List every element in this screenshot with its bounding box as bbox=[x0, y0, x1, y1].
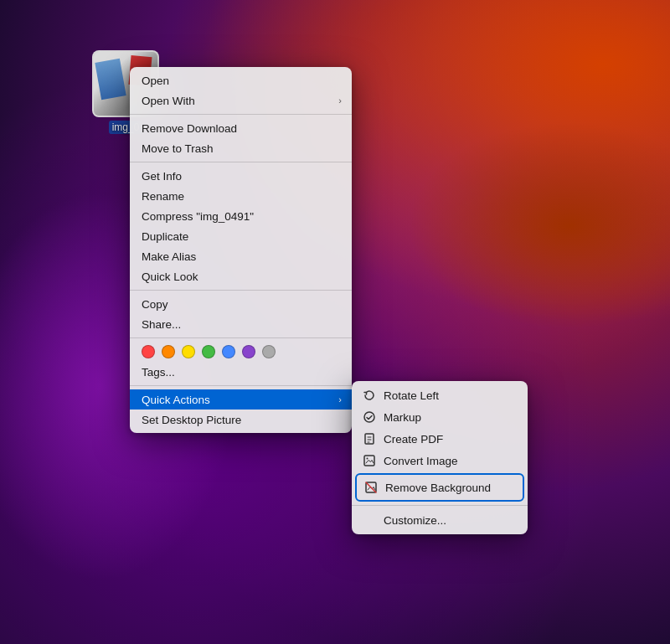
quick-actions-arrow-icon: › bbox=[338, 394, 342, 404]
submenu-item-customize[interactable]: Customize... bbox=[352, 509, 528, 531]
menu-item-copy[interactable]: Copy bbox=[130, 294, 352, 314]
menu-item-tags[interactable]: Tags... bbox=[130, 362, 352, 382]
tag-purple[interactable] bbox=[242, 345, 255, 358]
divider-5 bbox=[130, 385, 352, 386]
menu-item-rename[interactable]: Rename bbox=[130, 186, 352, 206]
menu-item-quick-actions[interactable]: Quick Actions › bbox=[130, 389, 352, 410]
menu-item-open[interactable]: Open bbox=[130, 70, 352, 90]
tag-orange[interactable] bbox=[162, 345, 175, 358]
tag-blue[interactable] bbox=[222, 345, 235, 358]
menu-item-duplicate[interactable]: Duplicate bbox=[130, 226, 352, 246]
submenu-item-rotate-left[interactable]: Rotate Left bbox=[352, 384, 528, 406]
quick-actions-submenu: Rotate Left Markup Create PDF Co bbox=[352, 381, 528, 534]
menu-item-move-to-trash[interactable]: Move to Trash bbox=[130, 138, 352, 158]
menu-item-compress[interactable]: Compress "img_0491" bbox=[130, 206, 352, 226]
divider-2 bbox=[130, 162, 352, 162]
submenu-item-remove-background[interactable]: Remove Background bbox=[357, 477, 523, 498]
tag-yellow[interactable] bbox=[182, 345, 195, 358]
divider-3 bbox=[130, 290, 352, 291]
svg-point-3 bbox=[367, 458, 368, 460]
markup-icon bbox=[362, 410, 377, 425]
tags-color-row bbox=[130, 342, 352, 362]
remove-background-icon bbox=[363, 480, 379, 495]
tag-gray[interactable] bbox=[262, 345, 276, 358]
submenu-item-markup[interactable]: Markup bbox=[352, 406, 528, 428]
rotate-left-icon bbox=[362, 388, 377, 403]
svg-point-0 bbox=[364, 412, 374, 422]
menu-item-get-info[interactable]: Get Info bbox=[130, 166, 352, 186]
convert-image-icon bbox=[362, 453, 377, 468]
menu-item-remove-download[interactable]: Remove Download bbox=[130, 118, 352, 138]
tag-green[interactable] bbox=[202, 345, 215, 358]
menu-item-open-with[interactable]: Open With › bbox=[130, 90, 352, 111]
submenu-item-remove-background-wrapper: Remove Background bbox=[355, 473, 524, 502]
menu-item-make-alias[interactable]: Make Alias bbox=[130, 246, 352, 266]
submenu-divider bbox=[352, 505, 528, 506]
submenu-item-convert-image[interactable]: Convert Image bbox=[352, 450, 528, 471]
menu-item-quick-look[interactable]: Quick Look bbox=[130, 266, 352, 286]
context-menu: Open Open With › Remove Download Move to… bbox=[130, 67, 352, 433]
submenu-item-create-pdf[interactable]: Create PDF bbox=[352, 428, 528, 450]
open-with-arrow-icon: › bbox=[338, 95, 342, 106]
divider-4 bbox=[130, 337, 352, 338]
tag-red[interactable] bbox=[142, 345, 155, 358]
create-pdf-icon bbox=[362, 431, 377, 446]
divider-1 bbox=[130, 114, 352, 115]
menu-item-set-desktop-picture[interactable]: Set Desktop Picture bbox=[130, 410, 352, 430]
menu-item-share[interactable]: Share... bbox=[130, 314, 352, 334]
